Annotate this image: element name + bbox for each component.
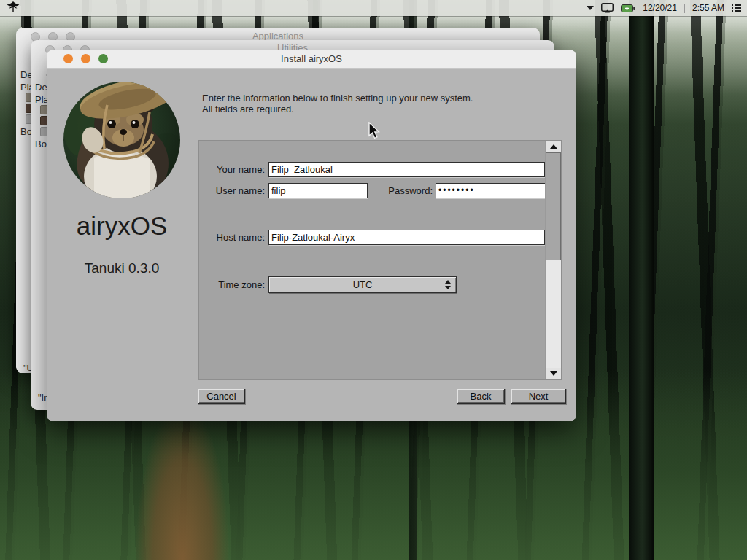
scroll-down-button[interactable]: [546, 368, 561, 379]
updown-arrows-icon: [445, 280, 451, 289]
instructions-line1: Enter the information below to finish se…: [202, 93, 473, 104]
os-name: airyxOS: [56, 211, 187, 241]
user-name-label: User name:: [199, 185, 265, 196]
text-caret: [476, 186, 477, 195]
dialog-title: Install airyxOS: [47, 53, 576, 64]
password-input[interactable]: ••••••••: [436, 183, 546, 198]
password-label: Password:: [367, 185, 433, 196]
os-version: Tanuki 0.3.0: [56, 260, 187, 276]
vertical-scrollbar[interactable]: [545, 141, 561, 379]
cancel-button[interactable]: Cancel: [198, 389, 245, 404]
dialog-titlebar[interactable]: Install airyxOS: [47, 50, 576, 69]
form-panel: Your name: User name: Password: ••••••••…: [198, 140, 562, 380]
password-masked-value: ••••••••: [438, 184, 475, 198]
display-icon[interactable]: [601, 3, 614, 13]
host-name-label: Host name:: [199, 232, 265, 243]
host-name-input[interactable]: [268, 230, 545, 245]
time-zone-selected-value: UTC: [353, 279, 373, 290]
menubar-date[interactable]: 12/20/21: [643, 3, 677, 13]
your-name-input[interactable]: [268, 162, 545, 177]
menubar-separator: [684, 4, 685, 13]
your-name-label: Your name:: [199, 164, 265, 175]
airyx-tree-logo-icon[interactable]: [6, 1, 20, 15]
sidebar-item-devices[interactable]: De: [35, 82, 47, 93]
tree-trunk: [629, 0, 654, 560]
sidebar-item-bookmarks[interactable]: Bo: [35, 139, 47, 149]
menubar-clock[interactable]: 2:55 AM: [692, 3, 724, 13]
scrollbar-thumb[interactable]: [546, 152, 561, 260]
back-button[interactable]: Back: [457, 389, 505, 404]
instructions: Enter the information below to finish se…: [202, 93, 473, 114]
time-zone-label: Time zone:: [199, 279, 265, 290]
install-dialog: Install airyxOS: [47, 50, 576, 421]
menubar: 12/20/21 2:55 AM: [0, 0, 747, 16]
user-name-input[interactable]: [268, 183, 368, 198]
instructions-line2: All fields are required.: [202, 104, 473, 114]
mouse-cursor: [367, 122, 380, 140]
battery-icon[interactable]: [621, 4, 635, 12]
scroll-up-button[interactable]: [546, 141, 561, 152]
next-button[interactable]: Next: [511, 389, 566, 404]
tree-trunk: [697, 0, 711, 560]
time-zone-select[interactable]: UTC: [268, 276, 457, 293]
arrow-up-icon: [550, 144, 557, 149]
menubar-chevron-down-icon[interactable]: [587, 6, 594, 10]
desktop: 12/20/21 2:55 AM Applications De Pla Bo …: [0, 0, 747, 560]
arrow-down-icon: [550, 371, 557, 376]
tanuki-mascot-image: [63, 82, 180, 198]
list-menu-icon[interactable]: [732, 4, 741, 12]
